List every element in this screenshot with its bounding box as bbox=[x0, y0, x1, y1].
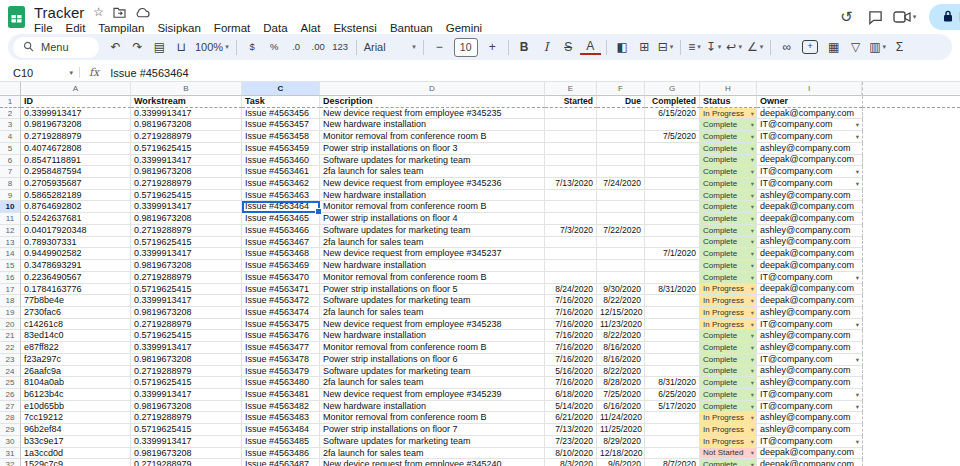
decrease-font-size-button[interactable]: − bbox=[429, 35, 450, 59]
cell-C15[interactable]: Issue #4563469 bbox=[242, 260, 320, 272]
cell-H15[interactable]: Complete▾ bbox=[700, 260, 757, 272]
cell-C23[interactable]: Issue #4563478 bbox=[242, 354, 320, 366]
cell-B6[interactable]: 0.3399913417 bbox=[131, 155, 242, 167]
redo-icon[interactable]: ↷ bbox=[127, 35, 148, 59]
cell-F10[interactable] bbox=[597, 201, 645, 213]
cell-C4[interactable]: Issue #4563458 bbox=[242, 131, 320, 143]
text-rotation-icon[interactable]: ∠▾ bbox=[745, 40, 765, 54]
formula-input[interactable]: Issue #4563464 bbox=[110, 67, 188, 79]
cell-F25[interactable]: 8/28/2020 bbox=[597, 377, 645, 389]
cell-I30[interactable]: IT@company.com▾ bbox=[757, 436, 862, 448]
column-header-D[interactable]: D bbox=[320, 82, 545, 96]
chevron-down-icon[interactable]: ▾ bbox=[751, 448, 754, 459]
cell-G8[interactable] bbox=[645, 178, 700, 190]
cell-E23[interactable]: 7/16/2020 bbox=[545, 354, 597, 366]
cell-C8[interactable]: Issue #4563462 bbox=[242, 178, 320, 190]
status-dropdown-chip[interactable]: Complete▾ bbox=[700, 155, 756, 166]
cell-B3[interactable]: 0.9819673208 bbox=[131, 119, 242, 131]
cell-E10[interactable] bbox=[545, 201, 597, 213]
cell-A14[interactable]: 0.9449902582 bbox=[21, 248, 131, 260]
cell-H11[interactable]: Complete▾ bbox=[700, 213, 757, 225]
version-history-icon[interactable]: ↺ bbox=[832, 8, 861, 26]
status-dropdown-chip[interactable]: Complete▾ bbox=[700, 166, 756, 177]
cell-D15[interactable]: New hardware installation bbox=[320, 260, 545, 272]
cell-E16[interactable] bbox=[545, 272, 597, 284]
selected-cell-C10[interactable]: Issue #4563464 bbox=[242, 201, 320, 213]
cell-H26[interactable]: Complete▾ bbox=[700, 389, 757, 401]
cell-I12[interactable]: ashley@company.com bbox=[757, 225, 862, 237]
chevron-down-icon[interactable]: ▾ bbox=[751, 248, 754, 259]
cell-H10[interactable]: Complete▾ bbox=[700, 201, 757, 213]
cell-H9[interactable]: Complete▾ bbox=[700, 190, 757, 202]
cell-D17[interactable]: Power strip installations on floor 5 bbox=[320, 284, 545, 296]
row-header-8[interactable]: 8 bbox=[0, 178, 21, 190]
cell-F21[interactable]: 8/22/2020 bbox=[597, 330, 645, 342]
row-header-32[interactable]: 32 bbox=[0, 459, 21, 466]
cell-A24[interactable]: 26aafc9a bbox=[21, 366, 131, 378]
cell-F3[interactable] bbox=[597, 119, 645, 131]
status-dropdown-chip[interactable]: Complete▾ bbox=[700, 190, 756, 201]
strikethrough-button[interactable]: S bbox=[558, 35, 579, 59]
cell-F11[interactable] bbox=[597, 213, 645, 225]
row-header-21[interactable]: 21 bbox=[0, 330, 21, 342]
cell-G17[interactable]: 8/31/2020 bbox=[645, 284, 700, 296]
chevron-down-icon[interactable]: ▾ bbox=[751, 307, 754, 318]
cell-D14[interactable]: New device request from employee #345237 bbox=[320, 248, 545, 260]
cell-I5[interactable]: ashley@company.com bbox=[757, 143, 862, 155]
row-header-19[interactable]: 19 bbox=[0, 307, 21, 319]
text-wrap-icon[interactable]: ↩▾ bbox=[724, 40, 744, 54]
menu-tampilan[interactable]: Tampilan bbox=[98, 22, 144, 34]
cell-C3[interactable]: Issue #4563457 bbox=[242, 119, 320, 131]
status-dropdown-chip[interactable]: Complete▾ bbox=[700, 131, 756, 142]
cell-G29[interactable] bbox=[645, 424, 700, 436]
row-header-4[interactable]: 4 bbox=[0, 131, 21, 143]
cell-I13[interactable]: ashley@company.com bbox=[757, 237, 862, 249]
bold-button[interactable]: B bbox=[514, 35, 535, 59]
header-cell-id[interactable]: ID bbox=[21, 96, 131, 108]
cell-E24[interactable]: 5/16/2020 bbox=[545, 366, 597, 378]
cell-B28[interactable]: 0.2719288979 bbox=[131, 412, 242, 424]
row-header-3[interactable]: 3 bbox=[0, 119, 21, 131]
cell-H28[interactable]: In Progress▾ bbox=[700, 412, 757, 424]
cell-G31[interactable] bbox=[645, 448, 700, 460]
chevron-down-icon[interactable]: ▾ bbox=[751, 284, 754, 295]
status-dropdown-chip[interactable]: Complete▾ bbox=[700, 119, 756, 130]
cell-I25[interactable]: ashley@company.com bbox=[757, 377, 862, 389]
menu-file[interactable]: File bbox=[34, 22, 53, 34]
star-icon[interactable]: ☆ bbox=[93, 6, 104, 18]
chevron-down-icon[interactable]: ▾ bbox=[751, 119, 754, 130]
cell-G30[interactable] bbox=[645, 436, 700, 448]
vertical-align-icon[interactable]: ↧▾ bbox=[704, 40, 724, 54]
cell-F22[interactable]: 8/16/2020 bbox=[597, 342, 645, 354]
cell-F6[interactable] bbox=[597, 155, 645, 167]
cell-I19[interactable]: ashley@company.com bbox=[757, 307, 862, 319]
cell-C26[interactable]: Issue #4563481 bbox=[242, 389, 320, 401]
cell-I26[interactable]: IT@company.com▾ bbox=[757, 389, 862, 401]
cell-H5[interactable]: Complete▾ bbox=[700, 143, 757, 155]
cell-F17[interactable]: 9/30/2020 bbox=[597, 284, 645, 296]
menu-ekstensi[interactable]: Ekstensi bbox=[333, 22, 376, 34]
cell-B19[interactable]: 0.9819673208 bbox=[131, 307, 242, 319]
cell-H4[interactable]: Complete▾ bbox=[700, 131, 757, 143]
chevron-down-icon[interactable]: ▾ bbox=[751, 295, 754, 306]
cell-E11[interactable] bbox=[545, 213, 597, 225]
cell-B12[interactable]: 0.2719288979 bbox=[131, 225, 242, 237]
row-header-22[interactable]: 22 bbox=[0, 342, 21, 354]
cell-H30[interactable]: In Progress▾ bbox=[700, 436, 757, 448]
column-header-A[interactable]: A bbox=[21, 82, 131, 96]
row-header-11[interactable]: 11 bbox=[0, 213, 21, 225]
cell-I32[interactable]: deepak@company.com bbox=[757, 459, 862, 466]
cell-D7[interactable]: 2fa launch for sales team bbox=[320, 166, 545, 178]
cell-F4[interactable] bbox=[597, 131, 645, 143]
cell-E25[interactable]: 7/16/2020 bbox=[545, 377, 597, 389]
status-dropdown-chip[interactable]: Complete▾ bbox=[700, 342, 756, 353]
cell-I14[interactable]: deepak@company.com bbox=[757, 248, 862, 260]
cell-H2[interactable]: In Progress▾ bbox=[700, 108, 757, 120]
cell-D11[interactable]: Power strip installations on floor 4 bbox=[320, 213, 545, 225]
cell-I16[interactable]: IT@company.com▾ bbox=[757, 272, 862, 284]
cell-C19[interactable]: Issue #4563474 bbox=[242, 307, 320, 319]
status-dropdown-chip[interactable]: In Progress▾ bbox=[700, 412, 756, 423]
cell-C22[interactable]: Issue #4563477 bbox=[242, 342, 320, 354]
cell-I6[interactable]: deepak@company.com bbox=[757, 155, 862, 167]
cell-E9[interactable] bbox=[545, 190, 597, 202]
